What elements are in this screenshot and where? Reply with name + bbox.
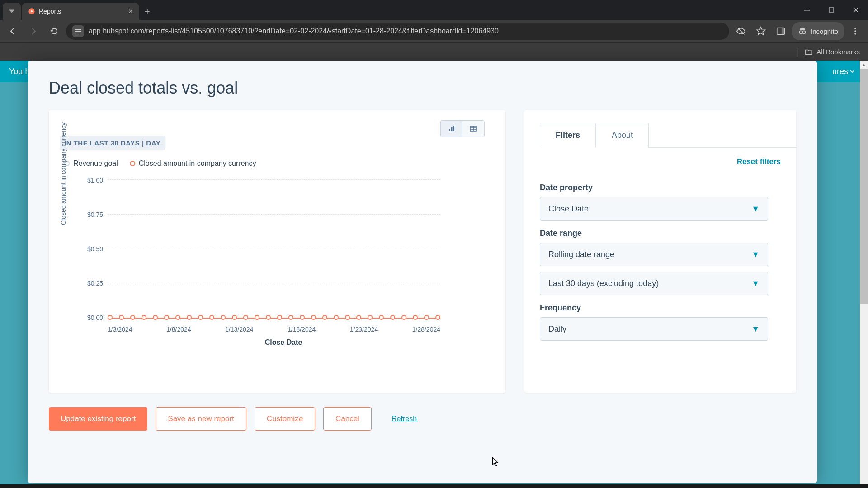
bar-chart-icon (448, 125, 455, 132)
date-range-type-select[interactable]: Rolling date range ▼ (540, 243, 768, 266)
modal-footer: Update existing report Save as new repor… (28, 393, 817, 431)
new-tab-button[interactable]: + (145, 7, 150, 17)
svg-point-12 (854, 30, 856, 32)
bookmarks-separator: | (796, 46, 798, 58)
reload-button[interactable] (45, 22, 63, 40)
hubspot-favicon-icon (28, 8, 35, 15)
svg-rect-15 (451, 127, 452, 131)
window-scrollbar[interactable]: ▲ (860, 61, 868, 488)
filters-panel: Filters About Reset filters Date propert… (524, 110, 796, 393)
close-window-button[interactable] (844, 0, 868, 20)
legend-item-closed-amount[interactable]: Closed amount in company currency (130, 160, 256, 168)
x-axis-ticks: 1/3/2024 1/8/2024 1/13/2024 1/18/2024 1/… (108, 326, 440, 333)
save-as-new-report-button[interactable]: Save as new report (156, 407, 246, 431)
browser-menu-button[interactable] (846, 22, 864, 40)
update-existing-report-button[interactable]: Update existing report (49, 407, 147, 431)
svg-rect-6 (75, 33, 79, 33)
tab-about[interactable]: About (596, 123, 649, 148)
customize-button[interactable]: Customize (255, 407, 315, 431)
incognito-badge[interactable]: Incognito (792, 22, 844, 40)
chart-grid (108, 179, 440, 319)
svg-point-9 (799, 31, 802, 34)
date-property-select[interactable]: Close Date ▼ (540, 197, 768, 221)
chart-data-points (108, 315, 440, 321)
report-editor-modal: Deal closed totals vs. goal IN THE LAST … (28, 61, 817, 483)
scrollbar-thumb[interactable] (860, 69, 868, 304)
svg-rect-16 (453, 126, 454, 131)
url-text: app.hubspot.com/reports-list/45105500/10… (89, 27, 499, 35)
page-title: Deal closed totals vs. goal (49, 79, 817, 98)
tab-search-dropdown[interactable] (3, 3, 21, 20)
tab-title: Reports (39, 8, 61, 15)
browser-tab-strip: Reports × + (0, 0, 868, 20)
svg-point-11 (854, 28, 856, 29)
folder-icon (805, 48, 813, 56)
scroll-up-arrow[interactable]: ▲ (860, 61, 868, 69)
refresh-link[interactable]: Refresh (380, 407, 429, 431)
svg-rect-4 (75, 29, 81, 30)
browser-toolbar: app.hubspot.com/reports-list/45105500/10… (0, 20, 868, 42)
table-icon (470, 125, 477, 132)
all-bookmarks-link[interactable]: All Bookmarks (816, 48, 860, 56)
minimize-window-button[interactable] (795, 0, 819, 20)
svg-rect-14 (449, 129, 450, 131)
chart-plot-area: Closed amount in company currency $1.00 … (72, 177, 495, 348)
legend-item-revenue-goal[interactable]: Revenue goal (64, 160, 118, 168)
svg-point-1 (31, 10, 33, 12)
view-toggle (440, 120, 485, 137)
y-axis-label: Closed amount in company currency (60, 122, 67, 225)
frequency-select[interactable]: Daily ▼ (540, 317, 768, 341)
tab-filters[interactable]: Filters (540, 123, 596, 148)
frequency-label: Frequency (540, 303, 768, 313)
x-axis-label: Close Date (265, 338, 302, 347)
caret-down-icon: ▼ (751, 279, 760, 288)
browser-tab[interactable]: Reports × (22, 3, 139, 20)
svg-rect-8 (782, 28, 784, 35)
chart-filter-badge: IN THE LAST 30 DAYS | DAY (60, 136, 165, 150)
bookmark-star-icon[interactable] (752, 22, 770, 40)
svg-rect-3 (829, 8, 834, 12)
svg-point-10 (802, 31, 806, 34)
y-axis-ticks: $1.00 $0.75 $0.50 $0.25 $0.00 (80, 177, 103, 321)
os-taskbar (0, 484, 868, 488)
date-property-label: Date property (540, 183, 768, 192)
sidebar-tabs: Filters About (540, 123, 796, 148)
svg-rect-2 (804, 10, 810, 11)
chart-view-button[interactable] (441, 121, 462, 137)
date-range-value-select[interactable]: Last 30 days (excluding today) ▼ (540, 272, 768, 295)
svg-point-13 (854, 33, 856, 35)
caret-down-icon: ▼ (751, 250, 760, 259)
incognito-icon (798, 27, 807, 36)
back-button[interactable] (4, 22, 22, 40)
maximize-window-button[interactable] (819, 0, 844, 20)
caret-down-icon: ▼ (751, 324, 760, 334)
chevron-down-icon (850, 69, 854, 74)
chart-legend: Revenue goal Closed amount in company cu… (64, 160, 495, 168)
chart-panel: IN THE LAST 30 DAYS | DAY Revenue goal C… (49, 110, 505, 393)
close-tab-icon[interactable]: × (128, 7, 133, 16)
filters-scroll-area[interactable]: Date property Close Date ▼ Date range Ro… (524, 148, 796, 374)
legend-dot-icon (130, 161, 135, 166)
cancel-button[interactable]: Cancel (323, 407, 372, 431)
table-view-button[interactable] (462, 121, 484, 137)
svg-rect-5 (75, 31, 81, 32)
address-bar[interactable]: app.hubspot.com/reports-list/45105500/10… (66, 23, 729, 40)
reset-filters-link[interactable]: Reset filters (737, 157, 781, 166)
date-range-label: Date range (540, 229, 768, 238)
side-panel-icon[interactable] (772, 22, 790, 40)
site-settings-icon[interactable] (72, 25, 84, 37)
caret-down-icon: ▼ (751, 204, 760, 214)
tracking-blocked-icon[interactable] (732, 22, 750, 40)
bookmarks-bar: | All Bookmarks (0, 42, 868, 61)
forward-button (24, 22, 42, 40)
